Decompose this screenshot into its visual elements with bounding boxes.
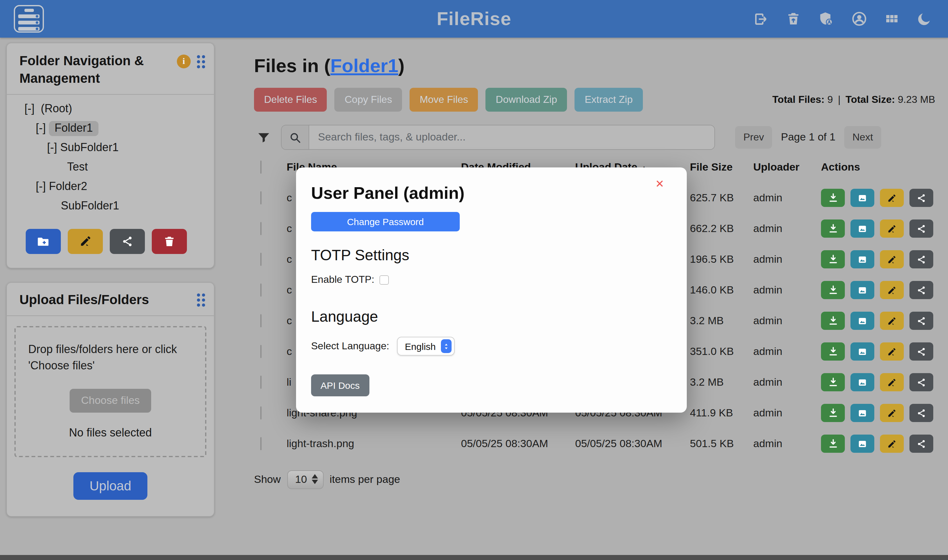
preview-file-button[interactable] <box>851 342 874 361</box>
rename-file-button[interactable] <box>880 250 904 268</box>
current-folder-link[interactable]: Folder1 <box>330 55 398 76</box>
download-file-button[interactable] <box>821 189 845 207</box>
share-file-button[interactable] <box>910 342 933 361</box>
language-select[interactable]: English <box>397 337 454 355</box>
share-file-button[interactable] <box>910 373 933 391</box>
rename-file-button[interactable] <box>880 342 904 361</box>
change-password-button[interactable]: Change Password <box>311 212 460 231</box>
download-file-button[interactable] <box>821 312 845 330</box>
cell-file-size: 3.2 MB <box>690 314 753 327</box>
preview-file-button[interactable] <box>851 220 874 238</box>
rename-file-button[interactable] <box>880 312 904 330</box>
row-checkbox[interactable] <box>260 252 262 266</box>
share-file-button[interactable] <box>910 281 933 299</box>
preview-file-button[interactable] <box>851 189 874 207</box>
api-docs-button[interactable]: API Docs <box>311 374 369 396</box>
delete-files-button[interactable]: Delete Files <box>254 88 327 112</box>
delete-folder-button[interactable] <box>152 229 187 254</box>
logout-icon[interactable] <box>753 11 769 27</box>
share-file-button[interactable] <box>910 250 933 268</box>
drag-handle-icon[interactable] <box>197 55 205 68</box>
info-icon[interactable]: i <box>177 55 191 68</box>
share-icon <box>121 235 134 248</box>
cell-uploader: admin <box>753 314 821 327</box>
user-profile-icon[interactable] <box>851 11 867 27</box>
row-checkbox[interactable] <box>260 406 262 419</box>
folder-tree-item-test[interactable]: Test <box>7 160 214 173</box>
row-checkbox[interactable] <box>260 437 262 450</box>
dark-mode-moon-icon[interactable] <box>916 11 932 27</box>
download-file-button[interactable] <box>821 404 845 422</box>
rename-file-button[interactable] <box>880 189 904 207</box>
preview-file-button[interactable] <box>851 373 874 391</box>
download-zip-button[interactable]: Download Zip <box>486 88 567 112</box>
download-icon <box>828 438 838 449</box>
admin-shield-icon[interactable] <box>817 11 834 27</box>
image-icon <box>857 408 867 418</box>
folder-tree-item-subfolder1[interactable]: [-] SubFolder1 <box>7 141 214 154</box>
share-icon <box>916 408 926 418</box>
choose-files-button[interactable]: Choose files <box>69 389 151 412</box>
share-folder-button[interactable] <box>110 229 145 254</box>
filter-funnel-icon[interactable] <box>257 130 271 145</box>
row-checkbox[interactable] <box>260 222 262 235</box>
share-file-button[interactable] <box>910 189 933 207</box>
create-folder-button[interactable] <box>26 229 61 254</box>
preview-file-button[interactable] <box>851 404 874 422</box>
share-file-button[interactable] <box>910 312 933 330</box>
download-file-button[interactable] <box>821 281 845 299</box>
rename-file-button[interactable] <box>880 373 904 391</box>
items-per-page-select[interactable]: 10 <box>287 470 323 489</box>
rename-file-button[interactable] <box>880 435 904 453</box>
row-checkbox[interactable] <box>260 191 262 204</box>
row-checkbox[interactable] <box>260 345 262 358</box>
rename-file-button[interactable] <box>880 220 904 238</box>
folder-actions <box>26 229 214 254</box>
folder-tree-item-subfolder1b[interactable]: SubFolder1 <box>7 199 214 212</box>
header-uploader[interactable]: Uploader <box>753 161 821 174</box>
rename-folder-button[interactable] <box>68 229 103 254</box>
folder-tree-item-root[interactable]: [-] (Root) <box>7 102 214 115</box>
rename-file-button[interactable] <box>880 404 904 422</box>
download-file-button[interactable] <box>821 342 845 361</box>
row-checkbox[interactable] <box>260 283 262 296</box>
enable-totp-checkbox[interactable] <box>379 275 389 285</box>
copy-files-button[interactable]: Copy Files <box>335 88 402 112</box>
folder-panel-header: Folder Navigation & Management i <box>7 43 214 94</box>
pencil-icon <box>79 235 92 248</box>
trash-restore-icon[interactable] <box>786 11 800 26</box>
folder-tree-item-folder1[interactable]: [-] Folder1 <box>7 122 214 134</box>
preview-file-button[interactable] <box>851 312 874 330</box>
select-all-checkbox[interactable] <box>260 160 262 174</box>
preview-file-button[interactable] <box>851 250 874 268</box>
upload-dropzone[interactable]: Drop files/folders here or click 'Choose… <box>14 326 206 457</box>
upload-button[interactable]: Upload <box>73 472 148 500</box>
download-file-button[interactable] <box>821 220 845 238</box>
prev-page-button[interactable]: Prev <box>735 126 772 149</box>
download-file-button[interactable] <box>821 250 845 268</box>
share-file-button[interactable] <box>910 220 933 238</box>
preview-file-button[interactable] <box>851 281 874 299</box>
download-icon <box>828 285 838 295</box>
search-input[interactable] <box>309 125 714 149</box>
preview-file-button[interactable] <box>851 435 874 453</box>
download-file-button[interactable] <box>821 373 845 391</box>
row-checkbox[interactable] <box>260 314 262 327</box>
apps-grid-icon[interactable] <box>884 11 899 26</box>
page-indicator: Page 1 of 1 <box>781 131 836 144</box>
download-file-button[interactable] <box>821 435 845 453</box>
move-files-button[interactable]: Move Files <box>409 88 478 112</box>
row-checkbox[interactable] <box>260 375 262 388</box>
download-icon <box>828 254 838 265</box>
share-file-button[interactable] <box>910 435 933 453</box>
trash-icon <box>163 235 175 248</box>
extract-zip-button[interactable]: Extract Zip <box>575 88 643 112</box>
rename-file-button[interactable] <box>880 281 904 299</box>
header-file-size[interactable]: File Size <box>690 161 753 174</box>
pencil-icon <box>887 346 897 357</box>
next-page-button[interactable]: Next <box>844 126 881 149</box>
folder-tree-item-folder2[interactable]: [-] Folder2 <box>7 180 214 193</box>
share-file-button[interactable] <box>910 404 933 422</box>
close-icon[interactable]: ✕ <box>656 177 665 191</box>
drag-handle-icon[interactable] <box>197 293 205 306</box>
